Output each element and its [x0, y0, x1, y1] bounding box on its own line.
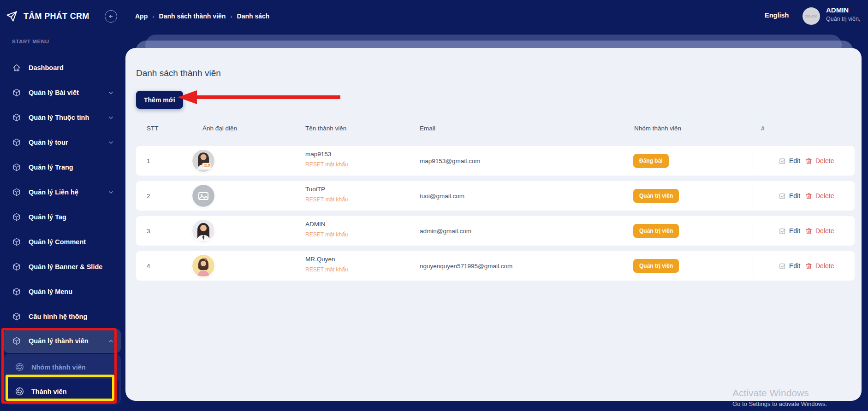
member-email: tuoi@gmail.com — [420, 181, 464, 211]
back-arrow-icon — [107, 13, 114, 20]
row-index: 4 — [147, 251, 150, 281]
sidebar-collapse-button[interactable] — [105, 10, 117, 23]
edit-button[interactable]: Edit — [779, 146, 800, 176]
sidebar-menu: Dashboard Quản lý Bài viết Quản lý Thuộc… — [0, 55, 125, 405]
app-logo: TÂM PHÁT CRM — [6, 0, 89, 32]
sidebar-subitem-member-groups[interactable]: Nhóm thành viên — [6, 355, 119, 379]
member-avatar-photo — [192, 255, 214, 277]
cube-icon — [12, 138, 21, 147]
sidebar-item-comments[interactable]: Quản lý Comment — [0, 229, 125, 254]
divider — [753, 253, 753, 278]
cube-icon — [12, 287, 21, 296]
content-card: Danh sách thành viên Thêm mới STT Ảnh đạ… — [125, 48, 862, 401]
edit-icon — [779, 157, 786, 165]
chevron-up-icon — [107, 338, 114, 345]
edit-button[interactable]: Edit — [779, 251, 800, 281]
member-email: admin@gmail.com — [420, 216, 471, 246]
breadcrumb-member-list[interactable]: Danh sách thành viên — [159, 12, 226, 20]
member-name: map9153 — [305, 151, 348, 158]
user-menu[interactable]: ADMIN Quản trị viên, — [826, 6, 860, 22]
breadcrumb-separator: › — [230, 13, 232, 20]
sidebar-item-tours[interactable]: Quản lý tour — [0, 130, 125, 155]
sidebar-item-contacts[interactable]: Quản lý Liên hệ — [0, 180, 125, 205]
chevron-down-icon — [107, 139, 114, 146]
reset-password-link[interactable]: RESET mật khẩu — [305, 267, 348, 272]
member-name: MR.Quyen — [305, 256, 348, 263]
reset-password-link[interactable]: RESET mật khẩu — [305, 232, 348, 237]
add-new-button[interactable]: Thêm mới — [136, 91, 183, 109]
divider — [753, 218, 753, 243]
reset-password-link[interactable]: RESET mật khẩu — [305, 197, 348, 202]
user-name: ADMIN — [826, 6, 860, 13]
sidebar-section-label: START MENU — [12, 39, 125, 44]
cube-icon — [12, 88, 21, 97]
sidebar-item-banners[interactable]: Quản lý Banner & Slide — [0, 254, 125, 279]
row-index: 3 — [147, 216, 150, 246]
cube-icon — [12, 336, 21, 346]
sidebar-item-posts[interactable]: Quản lý Bài viết — [0, 80, 125, 105]
member-name: ADMIN — [305, 221, 348, 228]
sidebar-item-member-management[interactable]: Quản lý thành viên — [4, 329, 121, 353]
trash-icon — [805, 157, 813, 165]
divider — [753, 183, 753, 208]
reset-password-link[interactable]: RESET mật khẩu — [305, 162, 348, 167]
cube-icon — [12, 237, 21, 247]
member-email: nguyenquyen571995@gmail.com — [420, 251, 512, 281]
cube-icon — [12, 188, 21, 197]
group-badge: Đăng bài — [633, 154, 669, 168]
delete-button[interactable]: Delete — [805, 216, 834, 246]
cube-icon — [12, 163, 21, 172]
avatar-placeholder-text: 200x200 — [805, 15, 818, 18]
chevron-down-icon — [107, 114, 114, 121]
member-email: map9153@gmail.com — [420, 146, 481, 176]
breadcrumb-current: Danh sách — [237, 12, 270, 20]
sidebar-item-dashboard[interactable]: Dashboard — [0, 55, 125, 80]
member-avatar-photo — [192, 150, 214, 172]
sidebar-subitem-members[interactable]: Thành viên — [6, 379, 119, 404]
edit-button[interactable]: Edit — [779, 181, 800, 211]
edit-icon — [779, 192, 786, 200]
delete-button[interactable]: Delete — [805, 146, 834, 176]
table-row: 1 map9153 RESET mật khẩu map9153@gmail.c… — [136, 146, 855, 176]
col-header-avatar: Ảnh đại diện — [202, 125, 237, 132]
top-bar: TÂM PHÁT CRM App › Danh sách thành viên … — [0, 0, 868, 32]
col-header-stt: STT — [147, 125, 159, 132]
cube-icon — [12, 262, 21, 271]
row-index: 2 — [147, 181, 150, 211]
col-header-name: Tên thành viên — [305, 125, 346, 132]
breadcrumb-app[interactable]: App — [135, 12, 148, 20]
row-index: 1 — [147, 146, 150, 176]
edit-icon — [779, 262, 786, 270]
table-row: 2 TuoiTP RESET mật khẩu tuoi@gmail.com Q… — [136, 181, 855, 211]
chevron-down-icon — [107, 89, 114, 96]
sidebar-item-tags[interactable]: Quản lý Tag — [0, 205, 125, 229]
cube-icon — [12, 312, 21, 321]
member-name: TuoiTP — [305, 186, 348, 193]
language-selector[interactable]: English — [761, 10, 792, 21]
user-avatar[interactable]: 200x200 — [803, 7, 820, 25]
paper-plane-icon — [6, 10, 18, 23]
member-avatar-photo — [192, 220, 214, 242]
app-window: TÂM PHÁT CRM App › Danh sách thành viên … — [0, 0, 868, 411]
user-role: Quản trị viên, — [826, 16, 860, 22]
sidebar: START MENU Dashboard Quản lý Bài viết Qu… — [0, 32, 125, 411]
sidebar-item-menus[interactable]: Quản lý Menu — [0, 279, 125, 304]
group-badge: Quản trị viên — [633, 189, 679, 203]
delete-button[interactable]: Delete — [805, 251, 834, 281]
breadcrumb: App › Danh sách thành viên › Danh sách — [135, 0, 269, 32]
aperture-icon — [15, 362, 24, 372]
cube-icon — [12, 212, 21, 222]
col-header-actions: # — [761, 125, 765, 132]
delete-button[interactable]: Delete — [805, 181, 834, 211]
sidebar-item-pages[interactable]: Quản lý Trang — [0, 155, 125, 180]
aperture-icon — [15, 387, 24, 396]
col-header-group: Nhóm thành viên — [634, 125, 681, 132]
chevron-down-icon — [107, 189, 114, 196]
sidebar-item-system-config[interactable]: Cấu hình hệ thống — [0, 304, 125, 329]
sidebar-item-attributes[interactable]: Quản lý Thuộc tính — [0, 105, 125, 130]
edit-button[interactable]: Edit — [779, 216, 800, 246]
annotation-red-arrow — [177, 89, 347, 105]
trash-icon — [805, 227, 813, 235]
page-title: Danh sách thành viên — [136, 68, 221, 78]
group-badge: Quản trị viên — [633, 259, 679, 273]
